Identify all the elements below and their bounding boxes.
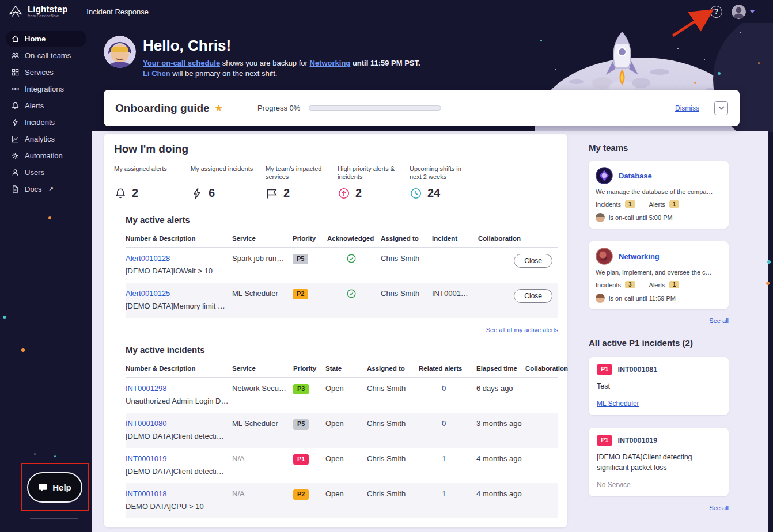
close-alert-button[interactable]: Close (514, 254, 552, 268)
sidebar-item-label: Analytics (25, 135, 55, 143)
sidebar-item-docs[interactable]: Docs ↗ (6, 181, 86, 197)
incidents-table-header: Number & Description Service Priority St… (126, 358, 558, 378)
assigned-to-link[interactable]: Chris Smith (367, 384, 419, 393)
account-menu-caret-icon[interactable] (750, 10, 755, 13)
assigned-to-link[interactable]: Chris Smith (367, 489, 419, 498)
incident-state: Open (325, 489, 367, 498)
incident-number-link[interactable]: INT0001018 (126, 489, 229, 498)
decor-dot (54, 455, 56, 457)
team-name-link[interactable]: Database (619, 172, 652, 180)
sidebar-item-analytics[interactable]: Analytics (6, 131, 86, 147)
metric-label: My team's impacted services (266, 165, 330, 182)
main-column: How I'm doing My assigned alerts 2 My as… (104, 134, 567, 532)
alert-number-link[interactable]: Alert0010125 (126, 289, 229, 298)
incident-row: INT0001080[DEMO DATA]Client detecti… ML … (126, 413, 558, 448)
sidebar-item-label: Integrations (25, 85, 64, 93)
sidebar-item-alerts[interactable]: Alerts (6, 97, 86, 114)
sidebar-item-users[interactable]: Users (6, 164, 86, 181)
incidents-count-badge: 3 (625, 281, 635, 288)
collapse-chevron-button[interactable] (714, 101, 728, 115)
dismiss-link[interactable]: Dismiss (675, 104, 699, 112)
priority-up-icon (338, 187, 350, 200)
service-none: N/A (232, 489, 293, 498)
team-name-link[interactable]: Networking (619, 252, 660, 261)
oncall-text: shows you are backup for (220, 59, 309, 67)
decor-dot (766, 282, 770, 285)
priority-badge: P5 (293, 254, 308, 264)
decor-dot (718, 72, 721, 75)
decor-dot (677, 48, 679, 49)
p1-incident-card: P1 INT0001019 [DEMO DATA]Client detectin… (589, 428, 729, 496)
scroll-hint-bar[interactable] (30, 518, 78, 519)
primary-person-link[interactable]: Li Chen (143, 69, 170, 78)
col-header: Number & Description (126, 358, 232, 377)
related-alerts-count: 0 (419, 384, 476, 393)
assigned-to-link[interactable]: Chris Smith (367, 419, 419, 428)
oncall-summary-line2: Li Chen will be primary on the next shif… (143, 69, 420, 78)
account-avatar-image (732, 5, 746, 19)
integrations-icon (11, 85, 20, 93)
brand-block[interactable]: Lightstep from ServiceNow (8, 4, 67, 19)
metric-label: High priority alerts & incidents (338, 165, 402, 182)
alert-row: Alert0010128[DEMO DATA]IOWait > 10 Spark… (126, 248, 558, 283)
decor-dot (555, 69, 556, 70)
service-link[interactable]: ML Scheduler (232, 419, 293, 428)
assigned-to-link[interactable]: Chris Smith (381, 254, 432, 263)
p1-no-service-text: No Service (597, 481, 631, 489)
sidebar-item-oncall-teams[interactable]: On-call teams (6, 47, 86, 64)
p1-incident-description: Test (597, 382, 721, 392)
assigned-to-link[interactable]: Chris Smith (367, 454, 419, 463)
brand-subtitle: from ServiceNow (28, 14, 67, 18)
assigned-to-link[interactable]: Chris Smith (381, 289, 432, 298)
metric-label: My assigned alerts (114, 165, 179, 182)
sidebar-item-integrations[interactable]: Integrations (6, 81, 86, 97)
incident-state: Open (325, 454, 367, 463)
p1-incident-number[interactable]: INT0001081 (617, 366, 657, 374)
col-header: Related alerts (419, 358, 476, 377)
close-alert-button[interactable]: Close (514, 289, 552, 303)
sidebar-item-home[interactable]: Home (6, 31, 86, 47)
right-column: My teams Database We manage the database… (589, 131, 729, 512)
elapsed-time: 6 days ago (476, 384, 525, 393)
see-all-teams-link[interactable]: See all (709, 317, 729, 324)
networking-team-link[interactable]: Networking (309, 59, 350, 67)
priority-badge: P1 (293, 454, 309, 465)
app-root: Hello, Chris! Your on-call schedule show… (0, 0, 773, 532)
incident-number-link[interactable]: INT0001019 (126, 454, 229, 463)
topbar-divider (78, 6, 78, 17)
alerts-label: Alerts (649, 201, 665, 208)
col-header: Priority (293, 228, 327, 247)
service-link[interactable]: Spark job run… (232, 254, 293, 263)
priority-badge: P2 (293, 489, 309, 500)
incidents-icon (11, 118, 20, 127)
account-avatar[interactable] (732, 5, 746, 19)
alert-number-link[interactable]: Alert0010128 (126, 254, 229, 263)
incident-description: [DEMO DATA]Client detecti… (126, 467, 229, 476)
decor-dot (540, 40, 542, 41)
oncall-text: is on-call until 5:00 PM (609, 214, 673, 221)
decor-dot (758, 62, 760, 64)
incident-number-link[interactable]: INT0001298 (126, 384, 229, 393)
see-all-p1-link[interactable]: See all (709, 504, 729, 511)
priority-badge: P2 (293, 289, 308, 299)
decor-dot (3, 316, 6, 319)
p1-service-link[interactable]: ML Scheduler (597, 400, 639, 408)
oncall-schedule-link[interactable]: Your on-call schedule (143, 59, 220, 67)
decor-dot (740, 32, 741, 33)
service-link[interactable]: ML Scheduler (232, 289, 293, 298)
col-header: Assigned to (367, 358, 419, 377)
sidebar-item-services[interactable]: Services (6, 64, 86, 81)
oncall-avatar (596, 294, 605, 303)
incident-description: DEMO DATA]CPU > 10 (126, 502, 229, 511)
sidebar-item-automation[interactable]: Automation (6, 147, 86, 164)
col-header: Number & Description (126, 228, 232, 247)
automation-icon (11, 151, 20, 160)
sidebar-item-incidents[interactable]: Incidents (6, 114, 86, 131)
greeting-heading: Hello, Chris! (143, 37, 420, 55)
sidebar-item-label: Users (25, 168, 44, 177)
service-link[interactable]: Network Secu… (232, 384, 293, 393)
alerts-count-badge: 1 (669, 281, 680, 288)
p1-incident-number[interactable]: INT0001019 (617, 436, 657, 444)
see-all-alerts-link[interactable]: See all of my active alerts (486, 326, 558, 333)
incident-number-link[interactable]: INT0001080 (126, 419, 229, 428)
